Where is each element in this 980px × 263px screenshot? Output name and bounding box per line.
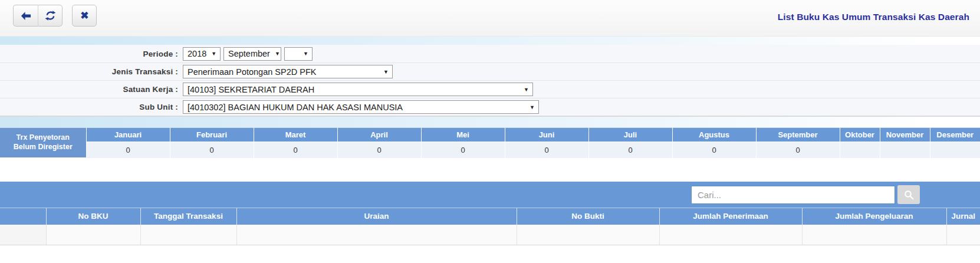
jenis-transaksi-value: Penerimaan Potongan SP2D PFK bbox=[188, 67, 316, 77]
column-header-jumlah-penerimaan[interactable]: Jumlah Penerimaan bbox=[659, 208, 802, 225]
month-header: Maret bbox=[254, 128, 337, 142]
back-arrow-icon bbox=[19, 9, 32, 22]
periode-month-select[interactable]: September ▼ bbox=[223, 47, 281, 61]
empty-cell bbox=[802, 225, 946, 245]
month-value: 0 bbox=[672, 142, 756, 158]
dropdown-arrow-icon: ▼ bbox=[211, 51, 216, 57]
back-button[interactable] bbox=[13, 5, 38, 27]
periode-year-select[interactable]: 2018 ▼ bbox=[183, 47, 221, 61]
dropdown-arrow-icon: ▼ bbox=[524, 87, 529, 93]
month-header: Februari bbox=[170, 128, 254, 142]
month-header: Juli bbox=[588, 128, 672, 142]
dropdown-arrow-icon: ▼ bbox=[275, 51, 280, 57]
section-gap bbox=[0, 158, 980, 182]
month-header: April bbox=[337, 128, 421, 142]
month-header: Desember bbox=[930, 128, 980, 142]
empty-cell bbox=[46, 225, 140, 245]
periode-label: Periode : bbox=[0, 50, 183, 58]
jenis-transaksi-select[interactable]: Penerimaan Potongan SP2D PFK ▼ bbox=[183, 65, 393, 78]
filter-row-satuan-kerja: Satuan Kerja : [40103] SEKRETARIAT DAERA… bbox=[0, 80, 980, 98]
sub-unit-value: [4010302] BAGIAN HUKUM DAN HAK ASASI MAN… bbox=[188, 103, 403, 112]
toolbar-button-group bbox=[13, 5, 63, 27]
periode-extra-select[interactable]: ▼ bbox=[284, 47, 313, 61]
month-value: 0 bbox=[588, 142, 672, 158]
summary-top-strip bbox=[0, 116, 980, 127]
month-header: Januari bbox=[86, 128, 170, 142]
column-header-selector[interactable] bbox=[0, 208, 46, 225]
sub-unit-select[interactable]: [4010302] BAGIAN HUKUM DAN HAK ASASI MAN… bbox=[183, 100, 539, 114]
transactions-table: No BKU Tanggal Transaksi Uraian No Bukti… bbox=[0, 208, 980, 245]
month-value: 0 bbox=[505, 142, 588, 158]
empty-cell bbox=[236, 225, 517, 245]
month-value: 0 bbox=[756, 142, 840, 158]
empty-table-row bbox=[0, 225, 980, 245]
month-value: 0 bbox=[170, 142, 254, 158]
transactions-header-row: No BKU Tanggal Transaksi Uraian No Bukti… bbox=[0, 208, 980, 225]
refresh-button[interactable] bbox=[38, 5, 63, 27]
periode-month-value: September bbox=[228, 49, 270, 58]
column-header-no-bku[interactable]: No BKU bbox=[46, 208, 140, 225]
toolbar: ✖ List Buku Kas Umum Transaksi Kas Daera… bbox=[0, 0, 980, 37]
close-icon: ✖ bbox=[80, 11, 88, 21]
month-header: Juni bbox=[505, 128, 588, 142]
column-header-no-bukti[interactable]: No Bukti bbox=[517, 208, 659, 225]
satuan-kerja-label: Satuan Kerja : bbox=[0, 85, 183, 94]
search-icon bbox=[903, 189, 915, 200]
month-value: 0 bbox=[86, 142, 170, 158]
sub-unit-label: Sub Unit : bbox=[0, 103, 183, 111]
close-button[interactable]: ✖ bbox=[72, 5, 97, 27]
empty-cell bbox=[659, 225, 802, 245]
month-value: 0 bbox=[254, 142, 337, 158]
column-header-jurnal[interactable]: Jurnal bbox=[946, 208, 980, 225]
dropdown-arrow-icon: ▼ bbox=[383, 69, 389, 75]
filter-row-sub-unit: Sub Unit : [4010302] BAGIAN HUKUM DAN HA… bbox=[0, 98, 980, 116]
search-bar bbox=[0, 182, 980, 208]
empty-cell bbox=[0, 225, 46, 245]
filter-row-jenis-transaksi: Jenis Transaksi : Penerimaan Potongan SP… bbox=[0, 63, 980, 80]
page-title: List Buku Kas Umum Transaksi Kas Daerah bbox=[778, 12, 969, 22]
refresh-icon bbox=[44, 9, 57, 22]
month-header: Mei bbox=[421, 128, 505, 142]
column-header-jumlah-pengeluaran[interactable]: Jumlah Pengeluaran bbox=[802, 208, 946, 225]
empty-cell bbox=[946, 225, 980, 245]
summary-row-header: Trx Penyetoran Belum Diregister bbox=[0, 128, 86, 158]
filter-row-periode: Periode : 2018 ▼ September ▼ ▼ bbox=[0, 45, 980, 63]
month-header: Oktober bbox=[840, 128, 880, 142]
empty-cell bbox=[517, 225, 659, 245]
dropdown-arrow-icon: ▼ bbox=[530, 104, 535, 110]
dropdown-arrow-icon: ▼ bbox=[303, 51, 308, 57]
column-header-uraian[interactable]: Uraian bbox=[236, 208, 517, 225]
month-header-row: Trx Penyetoran Belum Diregister Januari … bbox=[0, 128, 980, 142]
month-value: 0 bbox=[421, 142, 505, 158]
month-value bbox=[930, 142, 980, 158]
month-value bbox=[840, 142, 880, 158]
satuan-kerja-value: [40103] SEKRETARIAT DAERAH bbox=[188, 85, 314, 94]
satuan-kerja-select[interactable]: [40103] SEKRETARIAT DAERAH ▼ bbox=[183, 83, 533, 96]
month-value: 0 bbox=[337, 142, 421, 158]
search-button[interactable] bbox=[897, 185, 920, 204]
monthly-summary-table: Trx Penyetoran Belum Diregister Januari … bbox=[0, 127, 980, 158]
month-value bbox=[880, 142, 930, 158]
search-input[interactable] bbox=[691, 186, 895, 204]
empty-cell bbox=[140, 225, 236, 245]
month-values-row: 0 0 0 0 0 0 0 0 0 bbox=[0, 142, 980, 158]
panel-top-strip bbox=[0, 37, 980, 45]
month-header: September bbox=[756, 128, 840, 142]
month-header: November bbox=[880, 128, 930, 142]
month-header: Agustus bbox=[672, 128, 756, 142]
jenis-transaksi-label: Jenis Transaksi : bbox=[0, 67, 183, 76]
column-header-tanggal-transaksi[interactable]: Tanggal Transaksi bbox=[140, 208, 236, 225]
periode-year-value: 2018 bbox=[188, 49, 206, 58]
filter-panel: Periode : 2018 ▼ September ▼ ▼ Jenis Tra… bbox=[0, 45, 980, 116]
transactions-panel: No BKU Tanggal Transaksi Uraian No Bukti… bbox=[0, 182, 980, 245]
